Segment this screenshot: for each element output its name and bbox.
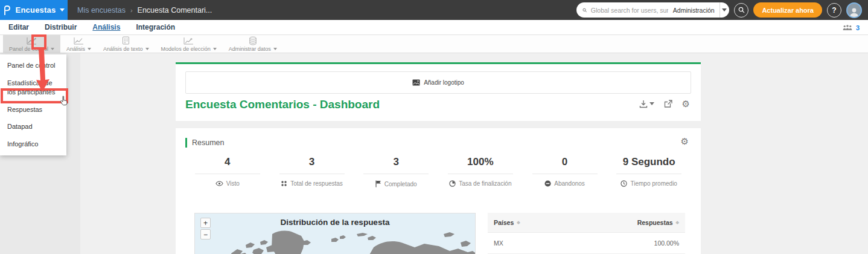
stat-abandonos: 0 Abandonos — [523, 156, 607, 187]
toolbar-label: Modelos de elección — [161, 46, 211, 52]
chevron-down-icon[interactable] — [213, 48, 217, 50]
chevron-down-icon[interactable] — [88, 48, 91, 50]
stat-value: 100% — [467, 156, 493, 174]
chevron-down-icon[interactable] — [145, 48, 149, 50]
collaborators-count: 3 — [856, 24, 860, 31]
map-zoom-in-button[interactable]: + — [200, 218, 211, 228]
cell-responses: 100.00% — [654, 239, 679, 247]
text-analysis-icon — [122, 36, 130, 45]
stat-value: 3 — [393, 156, 398, 174]
breadcrumb: Mis encuestas › Encuesta Comentari... — [77, 6, 212, 15]
accent-bar — [185, 138, 187, 148]
resumen-title: Resumen — [192, 138, 225, 147]
dropdown-item-infografico[interactable]: Infográfico — [0, 135, 66, 153]
dashboard-actions: ⚙ — [639, 99, 690, 108]
header-label: Respuestas — [637, 219, 673, 226]
sort-icon[interactable]: ◆ — [517, 220, 520, 225]
search-icon — [582, 7, 587, 14]
eye-icon — [215, 181, 223, 186]
search-submit-button[interactable] — [734, 3, 748, 18]
toolbar-modelos-de-eleccion[interactable]: Modelos de elección — [155, 35, 223, 53]
divider — [279, 174, 345, 174]
toolbar-label: Análisis — [66, 46, 85, 52]
line-chart-icon — [27, 36, 37, 45]
toolbar-analisis-de-texto[interactable]: Análisis de texto — [97, 35, 155, 53]
dashboard-title: Encuesta Comentarios - Dashboard — [185, 98, 380, 111]
tab-integracion[interactable]: Integración — [136, 23, 175, 31]
dashboard-settings-button[interactable]: ⚙ — [682, 99, 690, 108]
clock-icon — [621, 180, 627, 187]
search-input[interactable] — [591, 7, 668, 14]
user-avatar[interactable] — [846, 2, 862, 18]
global-search: Administración — [576, 2, 729, 18]
stat-value: 3 — [309, 156, 314, 174]
toolbar-administrar-datos[interactable]: Administrar datos — [223, 35, 283, 53]
download-button[interactable] — [639, 100, 654, 108]
help-button[interactable]: ? — [827, 3, 841, 18]
table-header-row: Países◆ Respuestas◆ — [488, 213, 685, 233]
chart-frame-icon — [183, 36, 194, 45]
divider — [448, 174, 513, 174]
analysis-toolbar: Panel de control Análisis Análisis de te… — [0, 35, 868, 53]
stat-label: Tiempo promedio — [630, 180, 677, 187]
questionpro-logo-icon — [3, 5, 11, 15]
tab-editar[interactable]: Editar — [8, 23, 29, 31]
breadcrumb-separator: › — [130, 7, 133, 14]
dropdown-item-estadisticas[interactable]: Estadísticas de los participantes — [0, 74, 66, 101]
stat-label: Tasa de finalización — [459, 180, 511, 187]
chevron-down-icon[interactable] — [51, 48, 54, 50]
dropdown-item-panel-de-control[interactable]: Panel de control — [0, 57, 66, 74]
minus-circle-icon — [544, 180, 551, 187]
stat-completado: 3 Completado — [354, 156, 438, 187]
divider — [195, 174, 260, 174]
chevron-down-icon[interactable] — [273, 48, 277, 50]
stat-value: 0 — [562, 156, 567, 174]
share-button[interactable] — [664, 100, 672, 108]
add-logo-label: Añadir logotipo — [424, 79, 464, 86]
product-label: Encuestas — [16, 5, 56, 15]
dropdown-item-respuestas[interactable]: Respuestas — [0, 101, 66, 119]
tab-distribuir[interactable]: Distribuir — [45, 23, 77, 31]
stat-total-de-respuestas: 3 Total de respuestas — [270, 156, 354, 187]
panel-de-control-dropdown: Panel de control Estadísticas de los par… — [0, 54, 66, 155]
countries-table: Países◆ Respuestas◆ MX 100.00% — [488, 213, 685, 254]
table-header-paises[interactable]: Países◆ — [494, 219, 520, 226]
gauge-icon — [449, 180, 456, 187]
toolbar-label: Panel de control — [9, 46, 48, 52]
dots-grid-icon — [281, 180, 287, 187]
divider — [532, 174, 598, 174]
resumen-card: Resumen ⚙ 4 Visto 3 Total de respuestas … — [176, 128, 701, 254]
toolbar-analisis[interactable]: Análisis — [60, 35, 97, 53]
person-icon — [849, 7, 860, 17]
database-icon — [249, 36, 257, 45]
stat-visto: 4 Visto — [185, 156, 270, 187]
product-switcher-button[interactable]: Encuestas — [0, 0, 68, 20]
stats-row: 4 Visto 3 Total de respuestas 3 Completa… — [185, 156, 691, 187]
cell-country: MX — [494, 239, 503, 247]
breadcrumb-parent[interactable]: Mis encuestas — [77, 6, 126, 15]
header-label: Países — [494, 219, 514, 226]
collaborators-indicator[interactable]: 3 — [843, 20, 860, 35]
toolbar-label: Análisis de texto — [103, 46, 143, 52]
stat-value: 9 Segundo — [623, 156, 675, 174]
stat-label: Total de respuestas — [290, 180, 343, 187]
people-icon — [843, 24, 852, 31]
map-zoom-out-button[interactable]: − — [200, 229, 211, 239]
map-title: Distribución de la respuesta — [195, 218, 475, 227]
resumen-settings-button[interactable]: ⚙ — [681, 137, 689, 146]
divider — [363, 174, 429, 174]
chevron-down-icon — [649, 102, 654, 105]
sort-icon[interactable]: ◆ — [676, 220, 679, 225]
dropdown-item-datapad[interactable]: Datapad — [0, 118, 66, 135]
update-now-button[interactable]: Actualizar ahora — [753, 2, 822, 18]
table-header-respuestas[interactable]: Respuestas◆ — [637, 219, 679, 226]
search-scope-dropdown[interactable] — [720, 2, 729, 18]
download-icon — [639, 100, 648, 108]
search-scope-label[interactable]: Administración — [668, 7, 720, 14]
toolbar-panel-de-control[interactable]: Panel de control — [3, 35, 60, 53]
tab-analisis[interactable]: Análisis — [92, 23, 120, 31]
share-icon — [664, 100, 672, 108]
add-logo-dropzone[interactable]: Añadir logotipo — [185, 71, 691, 94]
stat-tasa-de-finalizacion: 100% Tasa de finalización — [438, 156, 523, 187]
stat-label: Visto — [226, 180, 240, 187]
